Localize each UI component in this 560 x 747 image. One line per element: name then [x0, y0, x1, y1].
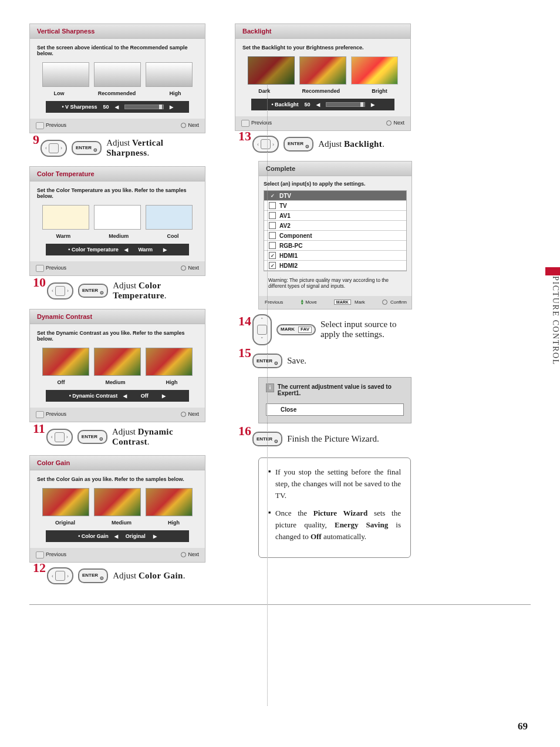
- label: High: [168, 520, 180, 526]
- dpad-button[interactable]: ‹›: [41, 140, 67, 157]
- chevron-down-icon: ˅: [261, 337, 264, 342]
- sample-img: [42, 348, 89, 376]
- input-label: AV1: [279, 213, 291, 219]
- step-text: Finish the Picture Wizard.: [287, 434, 379, 444]
- input-label: DTV: [279, 193, 291, 199]
- step-text: Adjust Backlight.: [318, 139, 384, 149]
- panel-color-temperature: Color Temperature Set the Color Temperat…: [29, 166, 205, 276]
- slider-backlight[interactable]: • Backlight50◀▶: [251, 99, 394, 110]
- sample-img: [248, 56, 295, 85]
- arrow-left-icon[interactable]: ◀: [115, 105, 119, 110]
- input-row-rgb-pc[interactable]: RGB-PC: [264, 241, 406, 251]
- next-button[interactable]: Next: [386, 120, 404, 127]
- prev-button[interactable]: Previous: [264, 300, 283, 305]
- panel-color-gain: Color Gain Set the Color Gain as you lik…: [29, 455, 205, 563]
- sample-img: [299, 56, 346, 85]
- step-number: 14: [238, 314, 251, 329]
- next-button[interactable]: Next: [181, 551, 199, 558]
- prev-button[interactable]: Previous: [36, 551, 66, 558]
- label: Cool: [167, 233, 178, 239]
- label: Original: [55, 520, 75, 526]
- arrow-left-icon[interactable]: ◀: [124, 247, 128, 253]
- step-text: Select input source to apply the setting…: [321, 319, 411, 339]
- enter-button[interactable]: ENTER⊙: [72, 141, 102, 156]
- dpad-button[interactable]: ‹›: [47, 282, 73, 300]
- sample-high: [146, 62, 193, 87]
- next-button[interactable]: Next: [181, 122, 199, 129]
- close-button[interactable]: Close: [266, 403, 404, 416]
- notes-box: If you stop the setting before the final…: [258, 457, 411, 558]
- label: High: [166, 379, 177, 385]
- note-item: If you stop the setting before the final…: [268, 466, 401, 502]
- input-row-av1[interactable]: AV1: [264, 211, 406, 221]
- arrow-right-icon[interactable]: ▶: [163, 247, 167, 253]
- updown-button[interactable]: ˄˅: [252, 314, 272, 345]
- arrow-right-icon[interactable]: ▶: [170, 105, 173, 110]
- step-number: 13: [238, 129, 251, 144]
- input-row-hdmi2[interactable]: ✓HDMI2: [264, 261, 406, 271]
- next-button[interactable]: Next: [181, 265, 199, 272]
- mark-fav-button[interactable]: MARKFAV: [276, 324, 316, 335]
- sample-img: [42, 488, 89, 516]
- section-title: PICTURE CONTROL: [551, 276, 560, 365]
- slider-dynamic-contrast[interactable]: • Dynamic Contrast◀Off▶: [46, 390, 189, 402]
- input-row-dtv[interactable]: ✓DTV: [264, 191, 406, 201]
- next-button[interactable]: Next: [181, 411, 199, 418]
- sample-img: [146, 488, 193, 516]
- arrow-right-icon[interactable]: ▶: [371, 102, 375, 107]
- input-row-tv[interactable]: TV: [264, 201, 406, 211]
- enter-icon: [386, 120, 392, 126]
- sample-img: [94, 348, 141, 376]
- slider-color-gain[interactable]: • Color Gain◀Original▶: [46, 530, 189, 542]
- enter-button[interactable]: ENTER⊙: [284, 137, 313, 152]
- panel-desc: Set the screen above identical to the Re…: [37, 45, 198, 56]
- arrow-left-icon[interactable]: ◀: [114, 534, 118, 539]
- prev-button[interactable]: Previous: [36, 265, 66, 272]
- label: Dark: [258, 88, 270, 94]
- label: Off: [57, 379, 65, 385]
- prev-button[interactable]: Previous: [36, 122, 66, 129]
- step-number: 12: [33, 560, 46, 576]
- sample-rec: [94, 62, 141, 87]
- arrow-left-icon[interactable]: ◀: [123, 393, 127, 399]
- return-icon: [36, 411, 44, 418]
- label: Low: [54, 90, 65, 96]
- label: High: [169, 90, 181, 96]
- move-hint: ▲▼Move: [300, 300, 317, 305]
- panel-title: Complete: [259, 161, 411, 176]
- panel-dynamic-contrast: Dynamic Contrast Set the Dynamic Contras…: [29, 309, 205, 422]
- sample-warm: [42, 205, 89, 230]
- input-row-hdmi1[interactable]: ✓HDMI1: [264, 251, 406, 261]
- checkbox-icon: [269, 222, 276, 229]
- footer-rule: [29, 604, 531, 605]
- sample-cool: [146, 205, 193, 230]
- prev-button[interactable]: Previous: [36, 411, 66, 418]
- save-msg: The current adjustment value is saved to…: [278, 383, 404, 396]
- panel-desc: Select (an) input(s) to apply the settin…: [264, 181, 407, 187]
- panel-complete: Complete Select (an) input(s) to apply t…: [258, 161, 412, 309]
- input-label: RGB-PC: [279, 243, 302, 249]
- dpad-button[interactable]: ‹›: [46, 429, 73, 446]
- enter-button[interactable]: ENTER⊙: [78, 568, 108, 583]
- input-row-component[interactable]: Component: [264, 231, 406, 241]
- enter-button[interactable]: ENTER⊙: [77, 430, 107, 445]
- arrow-left-icon[interactable]: ◀: [316, 102, 320, 107]
- arrow-right-icon[interactable]: ▶: [162, 393, 166, 399]
- input-row-av2[interactable]: AV2: [264, 221, 406, 231]
- sample-img: [146, 348, 193, 376]
- step-text: Adjust Dynamic Contrast.: [112, 427, 205, 447]
- panel-title: Color Temperature: [30, 167, 205, 181]
- enter-button[interactable]: ENTER⊙: [78, 284, 108, 298]
- slider-vsharpness[interactable]: • V Sharpness50◀▶: [46, 101, 189, 113]
- dpad-button[interactable]: ‹›: [47, 567, 73, 584]
- confirm-button[interactable]: Confirm: [382, 300, 407, 305]
- panel-desc: Set the Color Gain as you like. Refer to…: [37, 476, 198, 482]
- warning-text: Warning: The picture quality may vary ac…: [264, 275, 407, 291]
- checkbox-icon: [269, 212, 276, 219]
- sample-img: [94, 488, 141, 516]
- panel-desc: Set the Dynamic Contrast as you like. Re…: [37, 330, 198, 342]
- arrow-right-icon[interactable]: ▶: [153, 534, 157, 539]
- step-text: Adjust Vertical Sharpness.: [106, 138, 205, 158]
- dpad-button[interactable]: ‹›: [252, 136, 279, 153]
- slider-colortemp[interactable]: • Color Temperature◀Warm▶: [46, 244, 189, 255]
